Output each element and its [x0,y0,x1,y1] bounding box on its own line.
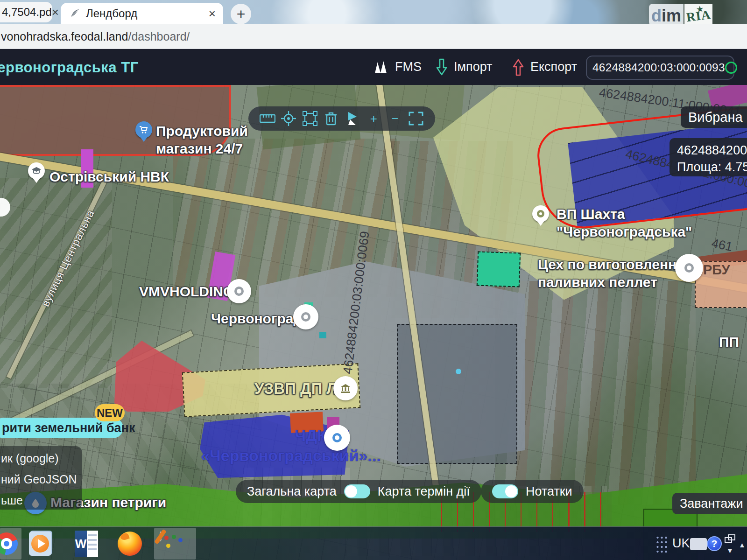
fms-crown-icon [374,60,389,74]
media-player-taskbar-icon[interactable] [29,532,51,556]
school-pin[interactable] [28,162,45,179]
locate-icon[interactable] [281,111,296,126]
pin-dot-icon [537,210,544,217]
select-area-icon[interactable] [302,111,318,126]
poi-label: Острівський НВК [49,168,169,186]
chdk-pin[interactable] [324,425,350,451]
graduation-cap-icon [31,167,42,175]
poi-label: Продуктовий магазин 24/7 [156,122,248,157]
toggle-knob [345,485,357,497]
toggle-knob [505,485,517,497]
language-indicator[interactable]: UK [672,536,690,551]
notes-toggle[interactable] [492,484,518,498]
map-marker-dot [456,369,461,374]
poi-label: ВП Шахта "Червоноградська" [557,205,692,240]
parcel-teal[interactable] [477,251,521,287]
nav-import-label: Імпорт [454,60,493,74]
tray-expand-icon[interactable]: ▲ [739,541,746,549]
windows-layers-icon[interactable] [725,534,737,545]
screen: 4,7504.pd × Лендборд × + dim ★ RIA vonoh… [0,0,747,560]
pin-ring-icon [332,433,342,442]
pin-ring-icon [301,312,310,322]
nav-fms[interactable]: FMS [374,49,422,85]
community-title: Червоноградська ТГ [0,59,139,76]
bank-icon [340,384,351,393]
tab-close-icon[interactable]: × [52,6,59,18]
url-text[interactable]: vonohradska.feodal.land/dashboard/ [1,30,190,43]
chervonohrad-pin[interactable] [293,304,318,329]
map-mode-toggle-group: Загальна карта Карта термін дії [236,480,481,503]
tray-collapse-icon[interactable]: ▼ [726,546,733,554]
poi-label: РБУ [703,261,730,278]
pin-ring-icon [234,287,244,296]
trash-icon[interactable] [323,111,339,126]
nav-import[interactable]: Імпорт [435,49,493,85]
pellet-workshop-pin[interactable] [675,254,703,282]
parcel-info-tooltip: 4624884200 Площа: 4.75 [669,138,747,176]
download-button[interactable]: Завантажи [672,493,747,514]
zoom-out-icon[interactable]: − [387,111,403,126]
map-canvas[interactable]: 4624884200:11:000:0041 4624884200:11:000… [0,85,747,560]
layers-menu-item[interactable]: ьше [1,494,82,507]
new-badge: NEW [95,404,125,421]
fullscreen-icon[interactable] [408,111,424,126]
notes-label: Нотатки [526,484,572,499]
layers-menu-item[interactable]: ний GeoJSON [1,473,82,486]
site-favicon [69,8,80,19]
poi-label: Цех по виготовленню паливних пеллет [538,256,689,291]
taskbar-grip-dots [655,535,668,554]
zoom-in-icon[interactable]: + [366,111,381,126]
taskbar: W UK ? ▼ ▲ [0,526,747,560]
cursor-icon[interactable] [345,111,360,126]
cadastral-search-input[interactable]: 4624884200:03:000:0093 [586,56,734,80]
parcel-teal-small [319,332,326,338]
layers-menu: ик (google) ний GeoJSON ьше [0,446,82,510]
layers-menu-item[interactable]: ик (google) [1,452,82,465]
palette-icon [160,532,162,541]
poi-label: Червоноград [211,310,302,328]
search-icon[interactable] [725,62,737,74]
mine-pin[interactable] [532,205,549,222]
help-icon[interactable]: ? [707,536,722,551]
vmvholding-pin[interactable] [227,279,251,303]
export-arrow-icon [512,58,525,77]
poi-label: ПП [719,333,739,351]
general-map-label: Загальна карта [247,484,337,499]
paint-taskbar-icon[interactable] [160,532,189,555]
tab-active-title: Лендборд [86,7,137,20]
ruler-icon[interactable] [260,111,275,126]
search-value: 4624884200:03:000:0093 [592,61,725,74]
browser-tab-strip: 4,7504.pd × Лендборд × + dim ★ RIA [0,0,747,24]
tab-active[interactable]: Лендборд × [61,3,223,24]
import-arrow-icon [435,58,448,77]
nav-fms-label: FMS [395,60,422,74]
word-w-glyph: W [75,531,87,557]
poi-label: VMVHOLDING [139,283,234,301]
keyboard-icon[interactable] [690,538,707,550]
tab-inactive-title: 4,7504.pd [2,6,52,19]
pin-ring-icon [684,263,694,273]
nav-export[interactable]: Експорт [512,49,577,85]
uzvp-pin[interactable] [333,376,358,400]
selected-tooltip: Вибрана [681,106,747,128]
parcel-id: 4624884200 [677,142,747,159]
cart-icon [139,126,148,134]
play-icon [31,535,49,553]
map-toolbar: + − [248,106,435,131]
tab-inactive[interactable]: 4,7504.pd × [0,2,52,22]
map-mode-toggle[interactable] [344,484,370,498]
tab-close-icon[interactable]: × [209,7,216,20]
notes-toggle-group: Нотатки [481,480,584,503]
new-tab-button[interactable]: + [231,4,251,24]
poi-label: ЧДК «Червоноградський»... [201,426,327,465]
grocery-store-pin[interactable] [135,121,152,138]
term-map-label: Карта термін дії [378,484,470,499]
word-doc-glyph [87,531,98,557]
parcel-area: Площа: 4.75 [677,159,747,175]
url-bar[interactable]: vonohradska.feodal.land/dashboard/ [0,24,747,49]
firefox-taskbar-icon[interactable] [118,532,142,556]
app-header: Червоноградська ТГ FMS Імпорт Експорт 46… [0,49,747,85]
nav-export-label: Експорт [530,60,577,74]
word-taskbar-icon[interactable]: W [75,531,98,557]
